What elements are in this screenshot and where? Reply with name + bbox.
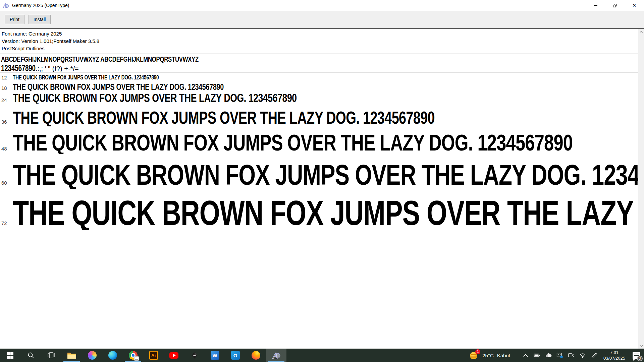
font-viewer-window: A Germany 2025 (OpenType) ✕ Print Instal… xyxy=(0,0,644,349)
vertical-scrollbar[interactable] xyxy=(638,29,644,349)
taskbar-item-outlook[interactable]: O xyxy=(225,349,246,362)
specimen-row-18: 18 THE QUICK BROWN FOX JUMPS OVER THE LA… xyxy=(0,82,638,91)
taskbar-apps: Ai W O xyxy=(0,349,286,362)
word-icon: W xyxy=(211,351,219,360)
outlook-icon: O xyxy=(231,351,240,360)
alphabet-sample: ABCDEFGHIJKLMNOPQRSTUVWXYZ ABCDEFGHIJKLM… xyxy=(1,56,199,63)
specimen-row-72: 72 THE QUICK BROWN FOX JUMPS OVER THE LA… xyxy=(0,195,638,230)
taskbar: Ai W O xyxy=(0,349,644,362)
font-viewer-taskbar-icon: A xyxy=(271,350,281,360)
titlebar[interactable]: A Germany 2025 (OpenType) ✕ xyxy=(0,0,644,11)
pangram-sample: THE QUICK BROWN FOX JUMPS OVER THE LAZY … xyxy=(13,160,638,189)
tray-overflow-button[interactable] xyxy=(522,352,529,359)
specimen-row-12: 12 THE QUICK BROWN FOX JUMPS OVER THE LA… xyxy=(0,74,638,80)
info-divider xyxy=(0,54,638,54)
size-label: 72 xyxy=(0,220,13,226)
firefox-icon xyxy=(252,351,260,360)
pen-icon xyxy=(591,352,597,358)
size-label: 60 xyxy=(0,180,13,186)
edge-icon xyxy=(108,351,117,360)
pangram-sample: THE QUICK BROWN FOX JUMPS OVER THE LAZY … xyxy=(13,82,224,91)
start-button[interactable] xyxy=(0,349,20,362)
size-label: 18 xyxy=(0,85,13,91)
battery-indicator[interactable] xyxy=(534,352,540,359)
size-label: 36 xyxy=(0,119,13,125)
youtube-icon xyxy=(169,352,178,359)
taskbar-item-font-viewer[interactable]: A xyxy=(266,349,286,362)
onedrive-indicator[interactable] xyxy=(545,352,552,359)
file-explorer-icon xyxy=(67,352,76,359)
size-label: 24 xyxy=(0,97,13,103)
toolbar: Print Install xyxy=(0,11,644,28)
chrome-icon xyxy=(129,351,138,360)
font-outline-line: PostScript Outlines xyxy=(2,45,99,52)
scroll-down-arrow[interactable] xyxy=(638,343,644,349)
scroll-up-arrow[interactable] xyxy=(638,29,644,35)
restore-button[interactable] xyxy=(605,0,625,11)
weather-widget[interactable]: 1 25°C Kabut xyxy=(466,349,514,362)
taskbar-item-youtube[interactable] xyxy=(164,349,184,362)
weather-temperature: 25°C xyxy=(482,353,494,358)
chevron-up-icon xyxy=(523,354,528,357)
taskbar-item-firefox[interactable] xyxy=(246,349,266,362)
windows-logo-icon xyxy=(7,352,13,359)
system-tray: 1 25°C Kabut xyxy=(466,349,644,362)
toolbar-divider xyxy=(0,28,644,29)
camera-icon xyxy=(568,353,575,358)
taskbar-item-inkscape[interactable] xyxy=(184,349,205,362)
specimen-row-60: 60 THE QUICK BROWN FOX JUMPS OVER THE LA… xyxy=(0,160,638,189)
search-button[interactable] xyxy=(20,349,41,362)
specimen-row-24: 24 THE QUICK BROWN FOX JUMPS OVER THE LA… xyxy=(0,92,638,104)
pangram-sample: THE QUICK BROWN FOX JUMPS OVER THE LAZY … xyxy=(13,131,573,154)
specimen-row-36: 36 THE QUICK BROWN FOX JUMPS OVER THE LA… xyxy=(0,109,638,126)
minimize-icon xyxy=(594,5,597,6)
numerals-sample: 1234567890 xyxy=(1,64,36,72)
weather-condition: Kabut xyxy=(497,353,510,358)
pangram-sample: THE QUICK BROWN FOX JUMPS OVER THE LAZY … xyxy=(13,195,638,230)
taskbar-item-edge[interactable] xyxy=(102,349,123,362)
install-button[interactable]: Install xyxy=(29,15,51,24)
wireless-display-indicator[interactable] xyxy=(556,352,563,359)
taskbar-item-copilot[interactable] xyxy=(82,349,102,362)
action-center-button[interactable]: 3 xyxy=(631,349,642,362)
taskbar-item-chrome[interactable] xyxy=(123,349,143,362)
chrome-document-overlay-icon xyxy=(134,356,139,361)
specimen-row-48: 48 THE QUICK BROWN FOX JUMPS OVER THE LA… xyxy=(0,131,638,154)
network-indicator[interactable] xyxy=(579,352,586,359)
taskbar-item-illustrator[interactable]: Ai xyxy=(143,349,164,362)
close-icon: ✕ xyxy=(632,3,636,8)
pangram-sample: THE QUICK BROWN FOX JUMPS OVER THE LAZY … xyxy=(13,92,297,104)
size-label: 48 xyxy=(0,146,13,152)
size-label: 12 xyxy=(0,75,13,80)
notification-count-badge: 3 xyxy=(637,356,643,361)
windows-ink-button[interactable] xyxy=(591,352,597,359)
meet-now-button[interactable] xyxy=(568,352,575,359)
task-view-button[interactable] xyxy=(41,349,61,362)
weather-alert-badge: 1 xyxy=(475,349,480,354)
inkscape-icon xyxy=(190,351,199,359)
font-name-line: Font name: Germany 2025 xyxy=(2,30,99,38)
restore-icon xyxy=(613,4,617,7)
taskbar-item-word[interactable]: W xyxy=(205,349,225,362)
minimize-button[interactable] xyxy=(586,0,605,11)
clock-date: 03/07/2025 xyxy=(603,355,625,361)
taskbar-item-file-explorer[interactable] xyxy=(61,349,82,362)
print-button[interactable]: Print xyxy=(5,15,24,24)
onedrive-cloud-icon xyxy=(545,353,552,358)
search-icon xyxy=(28,352,34,359)
pangram-sample: THE QUICK BROWN FOX JUMPS OVER THE LAZY … xyxy=(13,109,435,126)
clock-time: 7:31 xyxy=(603,350,625,355)
task-view-icon xyxy=(48,352,55,358)
font-info: Font name: Germany 2025 Version: Version… xyxy=(2,30,99,52)
glyph-overview: ABCDEFGHIJKLMNOPQRSTUVWXYZ ABCDEFGHIJKLM… xyxy=(1,56,199,73)
wifi-icon xyxy=(579,353,586,358)
pangram-sample: THE QUICK BROWN FOX JUMPS OVER THE LAZY … xyxy=(13,74,159,80)
wireless-display-icon xyxy=(556,352,563,358)
illustrator-icon: Ai xyxy=(149,351,158,360)
font-viewer-app-icon: A xyxy=(3,2,9,9)
close-button[interactable]: ✕ xyxy=(625,0,644,11)
desktop-screen: A Germany 2025 (OpenType) ✕ Print Instal… xyxy=(0,0,644,362)
taskbar-clock[interactable]: 7:31 03/07/2025 xyxy=(603,350,625,361)
size-specimens: 12 THE QUICK BROWN FOX JUMPS OVER THE LA… xyxy=(0,72,638,230)
copilot-icon xyxy=(88,351,97,360)
